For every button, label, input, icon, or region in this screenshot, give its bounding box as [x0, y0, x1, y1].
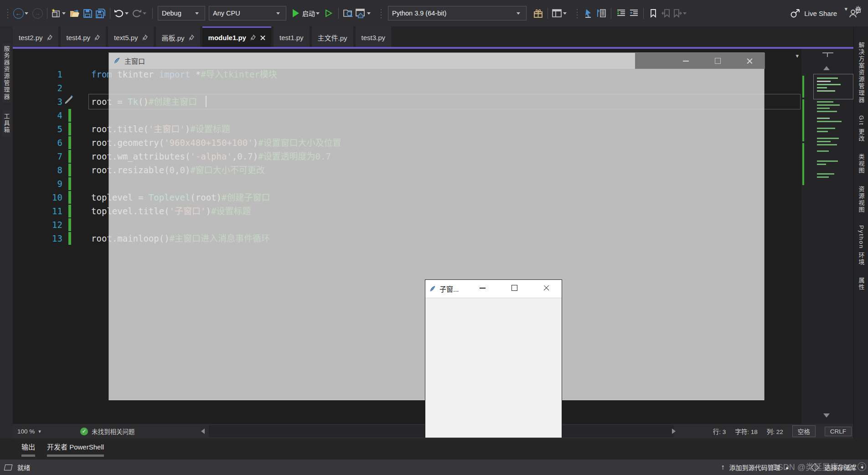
- main-window-close-button[interactable]: [739, 53, 760, 69]
- separator: [152, 8, 153, 19]
- minimap-mark: [817, 131, 828, 132]
- change-bar: [68, 150, 71, 163]
- open-file-button[interactable]: [69, 5, 81, 21]
- document-list-dropdown-icon[interactable]: ▾: [844, 5, 847, 12]
- toolbar-grip[interactable]: [6, 8, 9, 18]
- tab-test1.py[interactable]: test1.py: [274, 26, 310, 47]
- child-window-minimize-button[interactable]: [472, 280, 493, 296]
- line-indicator[interactable]: 行: 3: [713, 427, 726, 436]
- tab-text5.py[interactable]: text5.py: [108, 26, 154, 47]
- pin-icon[interactable]: [142, 35, 148, 41]
- minimap-mark: [817, 111, 837, 112]
- child-window-maximize-button[interactable]: [504, 280, 525, 296]
- debug-configuration-dropdown[interactable]: Debug: [158, 6, 205, 21]
- start-without-debug-button[interactable]: [323, 5, 335, 21]
- chevron-down-icon: [143, 12, 146, 15]
- select-tool-button[interactable]: [583, 5, 594, 21]
- start-debug-button[interactable]: 启动: [293, 5, 322, 21]
- undo-button[interactable]: [114, 5, 131, 21]
- change-bar: [68, 205, 71, 217]
- child-window-titlebar[interactable]: 子窗...: [425, 280, 562, 298]
- change-bar: [68, 218, 71, 231]
- left-bar-item-0[interactable]: 服务器资源管理器: [2, 43, 11, 103]
- next-bookmark-button[interactable]: [673, 5, 689, 21]
- format-document-button[interactable]: [595, 5, 607, 21]
- tab-画板.py[interactable]: 画板.py: [156, 26, 200, 47]
- line-number: 2: [13, 81, 62, 95]
- chevron-down-icon: [195, 12, 199, 15]
- gear-icon[interactable]: [855, 5, 862, 12]
- child-window-close-button[interactable]: [536, 280, 557, 296]
- live-share-label: Live Share: [804, 10, 837, 17]
- find-in-files-button[interactable]: [342, 5, 354, 21]
- scroll-right-icon[interactable]: [672, 429, 676, 434]
- column-indicator[interactable]: 列: 22: [767, 427, 783, 436]
- platform-dropdown[interactable]: Any CPU: [209, 6, 286, 21]
- char-indicator[interactable]: 字符: 18: [735, 427, 758, 436]
- navigate-back-button[interactable]: ←: [13, 5, 31, 21]
- tkinter-child-window[interactable]: 子窗...: [425, 279, 562, 438]
- close-icon[interactable]: [260, 35, 265, 40]
- save-button[interactable]: [82, 5, 93, 21]
- right-bar-item-0[interactable]: 解决方案资源管理器: [857, 42, 866, 103]
- pin-icon[interactable]: [189, 35, 194, 41]
- spaces-toggle[interactable]: 空格: [792, 425, 816, 437]
- zoom-dropdown[interactable]: 100 % ▾: [17, 424, 41, 439]
- right-bar-item-1[interactable]: Git 更改: [857, 115, 866, 142]
- toolbar-grip[interactable]: [576, 8, 579, 18]
- tab-test4.py[interactable]: test4.py: [61, 26, 106, 47]
- minimize-icon: [683, 61, 689, 62]
- right-bar-item-4[interactable]: Python 环境: [857, 225, 866, 265]
- save-all-button[interactable]: [94, 5, 106, 21]
- line-number: 7: [13, 150, 62, 163]
- right-bar-item-3[interactable]: 资源视图: [857, 186, 866, 213]
- change-bar: [68, 123, 71, 135]
- document-health-indicator[interactable]: ✓ 未找到相关问题: [80, 424, 135, 439]
- tab-test2.py[interactable]: test2.py: [13, 26, 58, 47]
- minimap-mark: [817, 84, 841, 85]
- tab-module1.py[interactable]: module1.py: [202, 26, 271, 47]
- main-window-minimize-button[interactable]: [675, 53, 696, 69]
- main-window-titlebar[interactable]: 主窗口: [109, 53, 764, 69]
- minimap-mark: [817, 160, 838, 162]
- separator: [611, 8, 611, 19]
- window-layout-button[interactable]: [552, 5, 569, 21]
- panel-tab-1[interactable]: 开发者 PowerShell: [47, 442, 104, 457]
- line-ending-toggle[interactable]: CRLF: [825, 427, 852, 436]
- minimap-scrollbar[interactable]: [801, 49, 853, 424]
- panel-tab-0[interactable]: 输出: [21, 442, 35, 457]
- main-window-maximize-button[interactable]: [707, 53, 728, 69]
- toolbar-grip[interactable]: [380, 8, 382, 18]
- manage-extensions-button[interactable]: [532, 5, 544, 21]
- pin-icon[interactable]: [94, 35, 100, 41]
- tab-test3.py[interactable]: test3.py: [356, 26, 392, 47]
- editor-dropdown-icon[interactable]: ▾: [796, 52, 799, 59]
- scroll-down-icon[interactable]: [823, 413, 830, 418]
- decrease-indent-button[interactable]: [615, 5, 627, 21]
- minimap-mark: [817, 104, 840, 106]
- toggle-bookmark-button[interactable]: [647, 5, 659, 21]
- right-bar-item-2[interactable]: 类视图: [857, 154, 866, 174]
- minimap-mark: [817, 90, 835, 92]
- increase-indent-button[interactable]: [628, 5, 640, 21]
- redo-button[interactable]: [132, 5, 149, 21]
- right-bar-item-5[interactable]: 属性: [857, 277, 866, 291]
- minimap-mark: [817, 121, 842, 122]
- scroll-left-icon[interactable]: [201, 429, 205, 434]
- left-bar-item-1[interactable]: 工具箱: [2, 110, 11, 136]
- scroll-up-icon[interactable]: [823, 66, 830, 70]
- live-share-button[interactable]: Live Share: [790, 5, 837, 21]
- cursor-arrow-icon: [584, 8, 594, 18]
- new-project-icon: [51, 8, 61, 18]
- new-project-button[interactable]: [51, 5, 68, 21]
- minimap-mark: [817, 81, 831, 82]
- minimap-mark: [817, 144, 837, 145]
- navigate-forward-button[interactable]: →: [31, 5, 43, 21]
- pin-icon[interactable]: [47, 35, 52, 41]
- pin-icon[interactable]: [250, 35, 256, 41]
- navigate-home-button[interactable]: [355, 5, 373, 21]
- python-environment-dropdown[interactable]: Python 3.9 (64-bit): [388, 6, 527, 21]
- previous-bookmark-button[interactable]: [660, 5, 672, 21]
- tab-主文件.py[interactable]: 主文件.py: [312, 26, 353, 47]
- splitter-icon[interactable]: [822, 52, 833, 58]
